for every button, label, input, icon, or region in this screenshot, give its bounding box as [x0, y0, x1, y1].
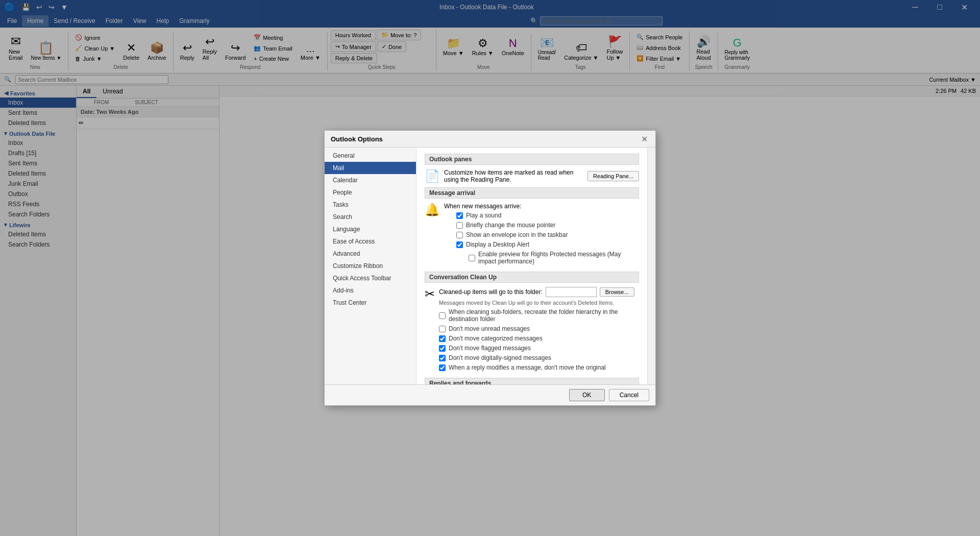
- nav-mail[interactable]: Mail: [325, 162, 416, 174]
- reading-pane-btn[interactable]: Reading Pane...: [587, 171, 639, 181]
- nav-trust-center[interactable]: Trust Center: [325, 297, 416, 309]
- dialog-footer: OK Cancel: [325, 384, 655, 405]
- nav-people[interactable]: People: [325, 186, 416, 199]
- browse-btn[interactable]: Browse...: [600, 287, 634, 297]
- dont-move-flagged-checkbox[interactable]: [439, 345, 446, 352]
- dialog-content: Outlook panes 📄 Customize how items are …: [416, 148, 647, 384]
- option-dont-move-unread: Don't move unread messages: [439, 325, 639, 332]
- dialog-close-btn[interactable]: ✕: [639, 134, 649, 144]
- outlook-panes-section: 📄 Customize how items are marked as read…: [425, 169, 639, 183]
- message-arrival-icon: 🔔: [425, 203, 440, 217]
- dont-move-categorized-label: Don't move categorized messages: [449, 335, 543, 342]
- nav-language[interactable]: Language: [325, 223, 416, 235]
- clean-subfolders-checkbox[interactable]: [439, 312, 446, 319]
- nav-quick-access[interactable]: Quick Access Toolbar: [325, 272, 416, 284]
- message-arrival-header: Message arrival: [425, 187, 639, 199]
- change-pointer-checkbox[interactable]: [456, 222, 463, 229]
- nav-advanced[interactable]: Advanced: [325, 248, 416, 260]
- option-show-envelope: Show an envelope icon in the taskbar: [456, 231, 639, 238]
- clean-subfolders-label: When cleaning sub-folders, recreate the …: [449, 308, 639, 323]
- show-envelope-checkbox[interactable]: [456, 232, 463, 238]
- outlook-panes-description: Customize how items are marked as read w…: [444, 169, 587, 183]
- outlook-panes-header: Outlook panes: [425, 154, 639, 165]
- dialog-title-bar: Outlook Options ✕: [325, 131, 655, 148]
- outlook-options-dialog: Outlook Options ✕ General Mail Calendar …: [324, 130, 656, 406]
- dialog-title: Outlook Options: [331, 135, 383, 143]
- replies-forwards-header: Replies and forwards: [425, 378, 639, 384]
- enable-preview-checkbox[interactable]: [469, 255, 475, 261]
- option-desktop-alert: Display a Desktop Alert: [456, 241, 639, 248]
- option-clean-subfolders: When cleaning sub-folders, recreate the …: [439, 308, 639, 323]
- dialog-scrollbar[interactable]: [647, 148, 655, 384]
- cancel-btn[interactable]: Cancel: [609, 389, 649, 401]
- conversation-cleanup-section: ✂ Cleaned-up items will go to this folde…: [425, 287, 639, 374]
- dont-move-flagged-label: Don't move flagged messages: [449, 345, 531, 352]
- cleanup-folder-row: Cleaned-up items will go to this folder:…: [439, 287, 639, 297]
- play-sound-checkbox[interactable]: [456, 212, 463, 219]
- nav-tasks[interactable]: Tasks: [325, 199, 416, 211]
- cleanup-icon: ✂: [425, 287, 435, 301]
- dont-move-unread-checkbox[interactable]: [439, 326, 446, 332]
- nav-search[interactable]: Search: [325, 211, 416, 223]
- show-envelope-label: Show an envelope icon in the taskbar: [466, 231, 568, 238]
- option-play-sound: Play a sound: [456, 212, 639, 219]
- desktop-alert-checkbox[interactable]: [456, 241, 463, 248]
- nav-ease-of-access[interactable]: Ease of Access: [325, 235, 416, 248]
- option-dont-move-flagged: Don't move flagged messages: [439, 345, 639, 352]
- dont-move-categorized-checkbox[interactable]: [439, 335, 446, 342]
- dont-move-signed-checkbox[interactable]: [439, 355, 446, 361]
- dialog-body: General Mail Calendar People Tasks Searc…: [325, 148, 655, 384]
- ok-btn[interactable]: OK: [569, 389, 605, 401]
- nav-general[interactable]: General: [325, 150, 416, 162]
- dont-move-unread-label: Don't move unread messages: [449, 325, 530, 332]
- cleanup-folder-label: Cleaned-up items will go to this folder:: [439, 288, 543, 296]
- option-dont-move-categorized: Don't move categorized messages: [439, 335, 639, 342]
- cleanup-note: Messages moved by Clean Up will go to th…: [439, 300, 639, 306]
- dont-move-signed-label: Don't move digitally-signed messages: [449, 354, 551, 361]
- enable-preview-label: Enable preview for Rights Protected mess…: [478, 251, 639, 265]
- nav-calendar[interactable]: Calendar: [325, 174, 416, 186]
- change-pointer-label: Briefly change the mouse pointer: [466, 222, 555, 229]
- option-reply-dont-move: When a reply modifies a message, don't m…: [439, 364, 639, 371]
- option-change-pointer: Briefly change the mouse pointer: [456, 222, 639, 229]
- reply-dont-move-label: When a reply modifies a message, don't m…: [449, 364, 606, 371]
- conversation-cleanup-header: Conversation Clean Up: [425, 272, 639, 283]
- option-dont-move-signed: Don't move digitally-signed messages: [439, 354, 639, 361]
- message-arrival-section: 🔔 When new messages arrive: Play a sound…: [425, 203, 639, 267]
- nav-add-ins[interactable]: Add-ins: [325, 284, 416, 297]
- play-sound-label: Play a sound: [466, 212, 501, 219]
- option-enable-preview: Enable preview for Rights Protected mess…: [469, 251, 639, 265]
- message-arrival-text: When new messages arrive:: [444, 203, 639, 210]
- nav-customize-ribbon[interactable]: Customize Ribbon: [325, 260, 416, 272]
- desktop-alert-label: Display a Desktop Alert: [466, 241, 529, 248]
- cleanup-folder-input[interactable]: [546, 287, 597, 297]
- dialog-overlay: Outlook Options ✕ General Mail Calendar …: [0, 0, 980, 536]
- reading-pane-icon: 📄: [425, 169, 440, 183]
- reply-dont-move-checkbox[interactable]: [439, 364, 446, 371]
- dialog-nav: General Mail Calendar People Tasks Searc…: [325, 148, 416, 384]
